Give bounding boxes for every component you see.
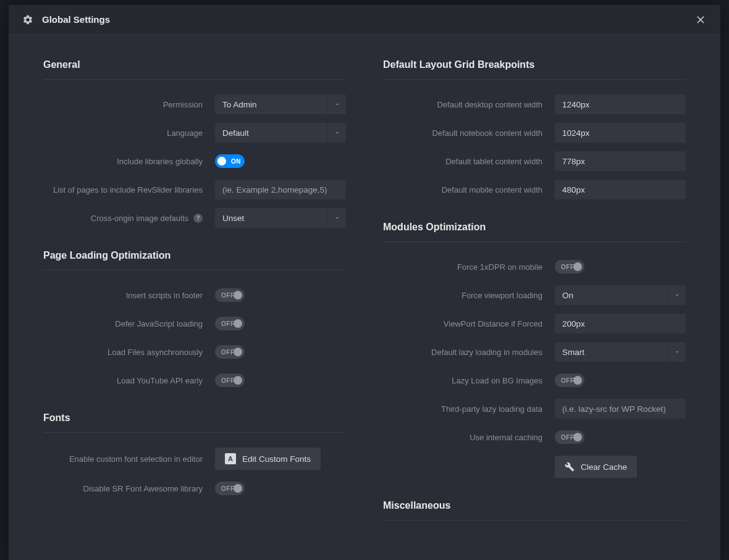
page-list-input[interactable]: (ie. Example 2,homepage,5) bbox=[215, 180, 346, 199]
include-globally-toggle[interactable]: ON bbox=[215, 154, 245, 168]
section-breakpoints: Default Layout Grid Breakpoints bbox=[383, 59, 686, 80]
modal-header: Global Settings bbox=[9, 5, 720, 35]
include-globally-label: Include libraries globally bbox=[43, 157, 215, 166]
section-modules: Modules Optimization bbox=[383, 222, 686, 242]
async-files-label: Load Files asynchronously bbox=[43, 348, 215, 357]
disable-fa-label: Disable SR Font Awesome library bbox=[43, 484, 215, 493]
page-list-label: List of pages to include RevSlider libra… bbox=[43, 185, 215, 194]
chevron-down-icon bbox=[327, 208, 346, 228]
chevron-down-icon bbox=[327, 94, 346, 114]
right-column: Default Layout Grid Breakpoints Default … bbox=[364, 59, 686, 560]
cross-origin-label: Cross-origin image defaults? bbox=[43, 214, 215, 223]
section-general: General bbox=[43, 59, 346, 80]
mobile-width-label: Default mobile content width bbox=[383, 185, 555, 194]
youtube-early-toggle[interactable]: OFF bbox=[215, 374, 245, 387]
notebook-width-input[interactable]: 1024px bbox=[555, 123, 686, 143]
desktop-width-input[interactable]: 1240px bbox=[555, 94, 686, 114]
desktop-width-label: Default desktop content width bbox=[383, 100, 555, 109]
language-label: Language bbox=[43, 128, 215, 138]
insert-footer-label: Insert scripts in footer bbox=[43, 291, 215, 300]
font-a-icon: A bbox=[225, 453, 236, 464]
gear-icon bbox=[22, 14, 33, 25]
mobile-width-input[interactable]: 480px bbox=[555, 180, 686, 199]
async-files-toggle[interactable]: OFF bbox=[215, 345, 245, 359]
lazy-loading-select[interactable]: Smart bbox=[555, 342, 686, 362]
disable-fa-toggle[interactable]: OFF bbox=[215, 482, 245, 495]
edit-custom-fonts-button[interactable]: AEdit Custom Fonts bbox=[215, 448, 321, 470]
permission-label: Permission bbox=[43, 100, 215, 109]
lazy-bg-toggle[interactable]: OFF bbox=[555, 374, 584, 387]
section-misc: Miscellaneous bbox=[383, 500, 686, 520]
third-party-lazy-input[interactable]: (i.e. lazy-src for WP Rocket) bbox=[555, 399, 686, 419]
modal-title: Global Settings bbox=[42, 14, 694, 25]
section-page-loading: Page Loading Optimization bbox=[43, 250, 346, 270]
lazy-loading-label: Default lazy loading in modules bbox=[383, 348, 555, 357]
viewport-distance-input[interactable]: 200px bbox=[555, 314, 686, 333]
defer-js-label: Defer JavaScript loading bbox=[43, 319, 215, 328]
tablet-width-label: Default tablet content width bbox=[383, 157, 555, 166]
chevron-down-icon bbox=[327, 123, 346, 143]
force-1xdpr-toggle[interactable]: OFF bbox=[555, 260, 584, 274]
tablet-width-input[interactable]: 778px bbox=[555, 151, 686, 171]
clear-cache-button[interactable]: Clear Cache bbox=[555, 456, 637, 478]
wrench-icon bbox=[565, 462, 575, 472]
help-icon[interactable]: ? bbox=[193, 214, 203, 223]
internal-cache-label: Use internal caching bbox=[383, 433, 555, 442]
language-select[interactable]: Default bbox=[215, 123, 346, 143]
third-party-lazy-label: Third-party lazy loading data bbox=[383, 404, 555, 414]
cross-origin-select[interactable]: Unset bbox=[215, 208, 346, 228]
enable-custom-fonts-label: Enable custom font selection in editor bbox=[43, 454, 215, 464]
section-fonts: Fonts bbox=[43, 412, 346, 433]
global-settings-modal: Global Settings General Permission To Ad… bbox=[9, 5, 720, 560]
youtube-early-label: Load YouTube API early bbox=[43, 376, 215, 385]
close-icon[interactable] bbox=[694, 14, 707, 26]
permission-select[interactable]: To Admin bbox=[215, 94, 346, 114]
insert-footer-toggle[interactable]: OFF bbox=[215, 288, 245, 302]
chevron-down-icon bbox=[667, 285, 686, 305]
lazy-bg-label: Lazy Load on BG Images bbox=[383, 376, 555, 385]
left-column: General Permission To Admin Language Def… bbox=[43, 59, 364, 560]
viewport-distance-label: ViewPort Distance if Forced bbox=[383, 319, 555, 328]
force-viewport-select[interactable]: On bbox=[555, 285, 686, 305]
defer-js-toggle[interactable]: OFF bbox=[215, 317, 245, 330]
notebook-width-label: Default notebook content width bbox=[383, 128, 555, 138]
modal-body: General Permission To Admin Language Def… bbox=[9, 35, 720, 560]
force-1xdpr-label: Force 1xDPR on mobile bbox=[383, 262, 555, 272]
internal-cache-toggle[interactable]: OFF bbox=[555, 430, 584, 444]
chevron-down-icon bbox=[667, 342, 686, 362]
force-viewport-label: Force viewport loading bbox=[383, 291, 555, 300]
